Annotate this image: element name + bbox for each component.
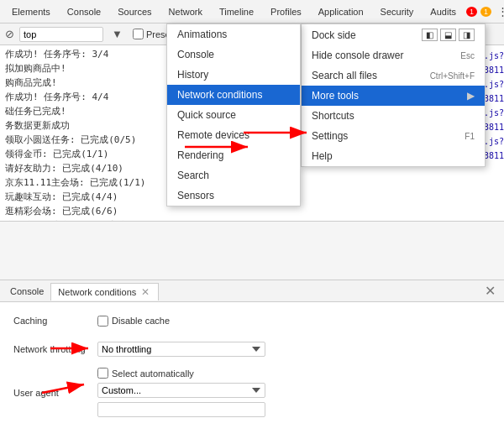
more-tools-submenu: Animations Console History Network condi… xyxy=(166,24,301,206)
submenu-animations[interactable]: Animations xyxy=(167,24,300,44)
throttling-control: No throttling Fast 3G Slow 3G Offline xyxy=(97,342,265,357)
filter-icon: ⊘ xyxy=(5,28,14,40)
context-menu: Dock side ◧ ⬓ ◨ Hide console drawer Esc … xyxy=(301,24,486,167)
filter-input[interactable] xyxy=(19,27,103,42)
network-conditions-panel: Caching Disable cache Network throttling… xyxy=(0,302,504,439)
user-agent-label: User agent xyxy=(13,388,97,398)
submenu-network-conditions[interactable]: Network conditions xyxy=(167,85,300,105)
disable-cache-label: Disable cache xyxy=(97,316,170,327)
throttling-label: Network throttling xyxy=(13,344,97,354)
dock-left-icon[interactable]: ◧ xyxy=(422,29,438,41)
close-bottom-panel-button[interactable]: ✕ xyxy=(480,283,501,299)
tab-network[interactable]: Network xyxy=(160,3,211,20)
tab-application[interactable]: Application xyxy=(310,3,372,20)
tab-sources[interactable]: Sources xyxy=(109,3,160,20)
user-agent-control: Select automatically Custom... Chrome Fi… xyxy=(97,368,265,417)
ua-text-input[interactable]: jdapp;android;8.4.2;8.0.0;network/wifi;m… xyxy=(97,402,265,417)
devtools-tabbar: Elements Console Sources Network Timelin… xyxy=(0,0,504,24)
tab-profiles[interactable]: Profiles xyxy=(262,3,310,20)
bottom-tab-console[interactable]: Console xyxy=(3,284,50,299)
submenu-console[interactable]: Console xyxy=(167,44,300,65)
submenu-quick-source[interactable]: Quick source xyxy=(167,105,300,125)
submenu-search[interactable]: Search xyxy=(167,165,300,186)
user-agent-row: User agent Select automatically Custom..… xyxy=(13,368,491,417)
select-auto-label: Select automatically xyxy=(97,368,194,379)
more-options-button[interactable]: ⋮ xyxy=(495,3,504,20)
caching-label: Caching xyxy=(13,316,97,326)
submenu-rendering[interactable]: Rendering xyxy=(167,145,300,165)
caching-row: Caching Disable cache xyxy=(13,311,491,331)
console-line: 为精选品牌惊喜会员: 已完成(15/15) xyxy=(5,218,344,222)
preserve-log-checkbox[interactable] xyxy=(133,29,144,39)
bottom-panel: Console Network conditions ✕ ✕ Caching D… xyxy=(0,280,504,439)
submenu-sensors[interactable]: Sensors xyxy=(167,186,300,206)
menu-more-tools[interactable]: More tools ▶ xyxy=(302,86,485,106)
submenu-history[interactable]: History xyxy=(167,65,300,85)
disable-cache-checkbox[interactable] xyxy=(97,316,108,327)
warning-badge: 1 xyxy=(480,7,491,17)
tab-elements[interactable]: Elements xyxy=(3,3,59,20)
throttling-row: Network throttling No throttling Fast 3G… xyxy=(13,339,491,359)
menu-dock-side[interactable]: Dock side ◧ ⬓ ◨ xyxy=(302,24,485,45)
bottom-tab-network-conditions[interactable]: Network conditions ✕ xyxy=(50,283,159,301)
dock-right-icon[interactable]: ◨ xyxy=(459,29,475,41)
bottom-tabs-bar: Console Network conditions ✕ ✕ xyxy=(0,280,504,302)
tab-security[interactable]: Security xyxy=(372,3,423,20)
menu-hide-console[interactable]: Hide console drawer Esc xyxy=(302,45,485,65)
dock-bottom-icon[interactable]: ⬓ xyxy=(440,29,456,41)
throttling-select[interactable]: No throttling Fast 3G Slow 3G Offline xyxy=(97,342,265,357)
select-auto-checkbox[interactable] xyxy=(97,368,108,379)
tab-timeline[interactable]: Timeline xyxy=(211,3,262,20)
menu-settings[interactable]: Settings F1 xyxy=(302,126,485,146)
caching-control: Disable cache xyxy=(97,316,170,327)
submenu-remote-devices[interactable]: Remote devices xyxy=(167,125,300,145)
tab-audits[interactable]: Audits xyxy=(422,3,465,20)
devtools-toolbar-icons: 1 1 ⋮ ✕ xyxy=(465,3,504,20)
menu-help[interactable]: Help xyxy=(302,146,485,166)
ua-select[interactable]: Custom... Chrome Firefox Safari xyxy=(97,383,265,398)
tab-console[interactable]: Console xyxy=(59,3,109,20)
menu-search-all[interactable]: Search all files Ctrl+Shift+F xyxy=(302,65,485,86)
error-badge: 1 xyxy=(466,7,477,17)
menu-shortcuts[interactable]: Shortcuts xyxy=(302,106,485,126)
close-network-conditions-tab[interactable]: ✕ xyxy=(139,286,151,298)
